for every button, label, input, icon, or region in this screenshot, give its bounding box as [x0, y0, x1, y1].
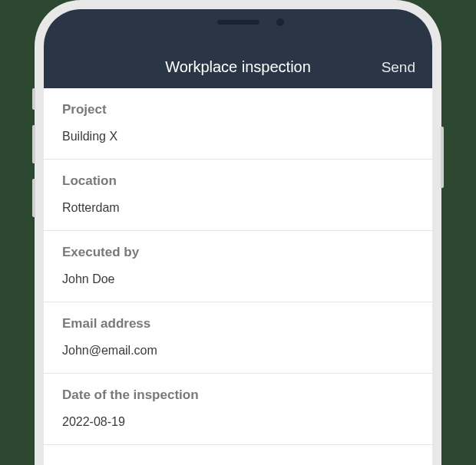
field-value: 2022-08-19 — [62, 415, 414, 429]
volume-down — [32, 179, 35, 217]
field-project[interactable]: Project Building X — [44, 88, 432, 160]
field-label: Project — [62, 102, 414, 117]
field-value: Building X — [62, 130, 414, 143]
side-buttons-left — [32, 88, 35, 232]
field-location[interactable]: Location Rotterdam — [44, 160, 432, 231]
form-body: Project Building X Location Rotterdam Ex… — [44, 88, 432, 445]
field-label: Location — [62, 173, 414, 189]
field-label: Date of the inspection — [62, 388, 414, 403]
field-value: John Doe — [62, 272, 414, 286]
field-label: Executed by — [62, 245, 414, 260]
field-inspection-date[interactable]: Date of the inspection 2022-08-19 — [44, 374, 432, 445]
mute-switch — [32, 88, 35, 110]
field-value: John@email.com — [62, 344, 414, 358]
field-label: Email address — [62, 316, 414, 331]
page-title: Workplace inspection — [165, 58, 311, 76]
send-button[interactable]: Send — [382, 59, 415, 76]
phone-screen: Workplace inspection Send Project Buildi… — [44, 9, 432, 465]
volume-up — [32, 125, 35, 163]
phone-notch — [150, 9, 326, 35]
phone-frame: Workplace inspection Send Project Buildi… — [35, 0, 441, 465]
field-value: Rotterdam — [62, 201, 414, 215]
field-email-address[interactable]: Email address John@email.com — [44, 302, 432, 374]
field-executed-by[interactable]: Executed by John Doe — [44, 231, 432, 302]
power-button — [441, 127, 444, 188]
side-button-right — [441, 127, 444, 188]
